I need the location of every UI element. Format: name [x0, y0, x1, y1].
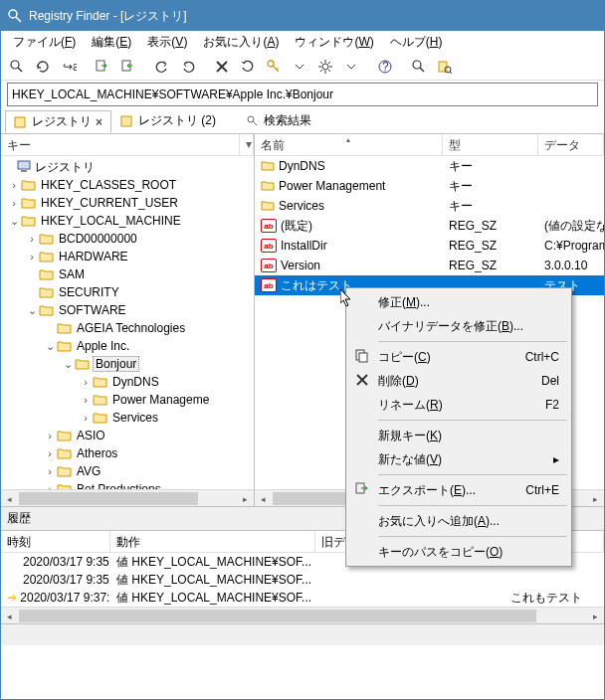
menu-window[interactable]: ウィンドウ(W): [287, 32, 381, 53]
menu-bar[interactable]: ファイル(F) 編集(E) 表示(V) お気に入り(A) ウィンドウ(W) ヘル…: [1, 31, 604, 53]
menu-edit[interactable]: 編集(E): [84, 32, 139, 53]
tool-gear-icon[interactable]: [313, 55, 337, 79]
ctx-modify-binary[interactable]: バイナリデータを修正(B)...: [348, 314, 569, 338]
col-time[interactable]: 時刻: [1, 531, 110, 552]
col-type[interactable]: 型: [443, 134, 538, 155]
tab-registry-2[interactable]: レジストリ (2): [111, 109, 225, 132]
scroll-left-icon[interactable]: ◂: [1, 608, 18, 624]
tree-item-selected[interactable]: ⌄Bonjour: [1, 355, 254, 373]
tool-dropdown-icon[interactable]: [288, 55, 311, 79]
tree-item[interactable]: ›Services: [1, 409, 254, 427]
folder-icon: [39, 250, 55, 263]
expand-icon[interactable]: ›: [25, 233, 39, 245]
tree-item[interactable]: ⌄Apple Inc.: [1, 337, 254, 355]
collapse-icon[interactable]: ⌄: [43, 340, 57, 353]
tree-item[interactable]: ›DynDNS: [1, 373, 254, 391]
tool-key-icon[interactable]: [262, 55, 286, 79]
tool-find-icon[interactable]: [5, 55, 29, 79]
expand-icon[interactable]: ›: [25, 251, 39, 262]
menu-help[interactable]: ヘルプ(H): [382, 32, 451, 53]
expand-icon[interactable]: ›: [79, 412, 93, 424]
tool-redo-icon[interactable]: [176, 55, 200, 79]
tool-goto-icon[interactable]: ↪a: [57, 55, 81, 79]
scroll-left-icon[interactable]: ◂: [255, 490, 272, 506]
tab-registry-1[interactable]: レジストリ ×: [5, 110, 111, 133]
tool-dropdown2-icon[interactable]: [339, 55, 363, 79]
tree-root[interactable]: レジストリ: [1, 158, 254, 176]
list-row[interactable]: DynDNSキー: [255, 156, 604, 176]
history-row-current[interactable]: ➔ 2020/03/17 9:37:値 HKEY_LOCAL_MACHINE¥S…: [1, 589, 604, 607]
collapse-icon[interactable]: ⌄: [61, 358, 75, 371]
scroll-right-icon[interactable]: ▸: [587, 608, 604, 624]
ctx-copy-key-path[interactable]: キーのパスをコピー(O): [348, 540, 569, 564]
tree-item[interactable]: SAM: [1, 265, 254, 283]
tool-undo-icon[interactable]: [150, 55, 174, 79]
tree-item[interactable]: ›Bot Productions: [1, 480, 254, 489]
tree-item[interactable]: SECURITY: [1, 283, 254, 301]
tree-item[interactable]: ›Power Manageme: [1, 391, 254, 409]
svg-point-0: [9, 10, 17, 18]
separator: [378, 474, 567, 475]
ctx-modify[interactable]: 修正(M)...: [348, 290, 569, 314]
history-row[interactable]: 2020/03/17 9:35:値 HKEY_LOCAL_MACHINE¥SOF…: [1, 571, 604, 589]
col-data[interactable]: データ: [538, 134, 604, 155]
tree-item[interactable]: ›ASIO: [1, 427, 254, 444]
tree-item[interactable]: AGEIA Technologies: [1, 319, 254, 337]
address-bar[interactable]: [7, 83, 598, 106]
ctx-delete[interactable]: 削除(D)Del: [348, 369, 569, 393]
tool-refresh2-icon[interactable]: [236, 55, 260, 79]
list-row[interactable]: ab(既定)REG_SZ(値の設定な: [255, 216, 604, 236]
tree-item[interactable]: ›BCD00000000: [1, 230, 254, 248]
scrollbar-horizontal[interactable]: ◂▸: [1, 607, 604, 623]
ctx-add-favorite[interactable]: お気に入りへ追加(A)...: [348, 509, 569, 533]
list-row[interactable]: abInstallDirREG_SZC:¥Program: [255, 236, 604, 256]
expand-icon[interactable]: ›: [7, 179, 21, 191]
expand-icon[interactable]: ›: [43, 447, 57, 459]
ctx-new-key[interactable]: 新規キー(K): [348, 424, 569, 447]
col-action[interactable]: 動作: [110, 531, 315, 552]
expand-icon[interactable]: ›: [43, 430, 57, 441]
tool-find2-icon[interactable]: [407, 55, 431, 79]
expand-icon[interactable]: ›: [7, 197, 21, 209]
expand-icon[interactable]: ›: [79, 376, 93, 388]
tool-delete-icon[interactable]: [210, 55, 234, 79]
ctx-export[interactable]: エクスポート(E)...Ctrl+E: [348, 478, 569, 502]
tool-help-icon[interactable]: ?: [373, 55, 397, 79]
tree-item[interactable]: ›HKEY_CLASSES_ROOT: [1, 176, 254, 194]
menu-favorites[interactable]: お気に入り(A): [195, 32, 287, 53]
tree-item[interactable]: ›AVG: [1, 462, 254, 480]
address-input[interactable]: [7, 83, 598, 106]
tool-import-icon[interactable]: [116, 55, 140, 79]
list-row[interactable]: abVersionREG_SZ3.0.0.10: [255, 256, 604, 275]
col-menu-icon[interactable]: ▾: [240, 134, 254, 155]
separator: [378, 505, 567, 506]
tree-item[interactable]: ›Atheros: [1, 444, 254, 462]
ctx-rename[interactable]: リネーム(R)F2: [348, 393, 569, 417]
scroll-left-icon[interactable]: ◂: [1, 490, 18, 507]
list-row[interactable]: Servicesキー: [255, 196, 604, 216]
tree-item[interactable]: ⌄HKEY_LOCAL_MACHINE: [1, 212, 254, 230]
expand-icon[interactable]: ›: [43, 465, 57, 477]
svg-text:↪a: ↪a: [63, 60, 77, 74]
tab-search-results[interactable]: 検索結果: [237, 109, 320, 132]
scroll-right-icon[interactable]: ▸: [237, 490, 254, 507]
ctx-copy[interactable]: コピー(C)Ctrl+C: [348, 345, 569, 369]
col-key[interactable]: キー: [1, 134, 240, 155]
collapse-icon[interactable]: ⌄: [25, 304, 39, 317]
col-name[interactable]: 名前▴: [255, 134, 443, 155]
collapse-icon[interactable]: ⌄: [7, 215, 21, 228]
expand-icon[interactable]: ›: [79, 394, 93, 406]
scroll-right-icon[interactable]: ▸: [587, 490, 604, 506]
close-icon[interactable]: ×: [96, 115, 102, 129]
tool-refresh-icon[interactable]: [31, 55, 55, 79]
tree-item[interactable]: ›HARDWARE: [1, 248, 254, 265]
list-row[interactable]: Power Managementキー: [255, 176, 604, 196]
scrollbar-horizontal[interactable]: ◂▸: [1, 489, 254, 506]
tree-item[interactable]: ›HKEY_CURRENT_USER: [1, 194, 254, 212]
menu-file[interactable]: ファイル(F): [5, 32, 84, 53]
tree-item[interactable]: ⌄SOFTWARE: [1, 301, 254, 319]
tool-find-reg-icon[interactable]: [433, 55, 457, 79]
tool-export-icon[interactable]: [91, 55, 114, 79]
ctx-new-value[interactable]: 新たな値(V)▸: [348, 447, 569, 471]
menu-view[interactable]: 表示(V): [139, 32, 195, 53]
